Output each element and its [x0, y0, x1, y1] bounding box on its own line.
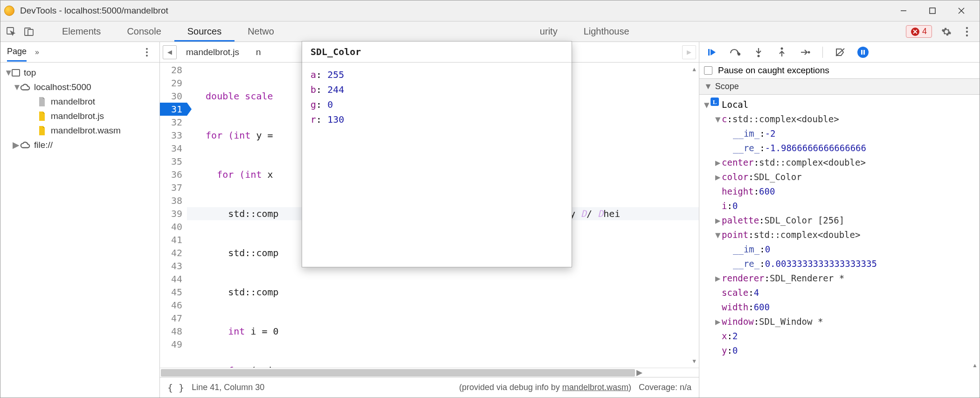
svg-rect-1 — [930, 8, 935, 14]
svg-point-17 — [808, 51, 810, 53]
coverage-status: Coverage: n/a — [639, 383, 691, 392]
tab-lighthouse[interactable]: Lighthouse — [571, 21, 642, 42]
window-titlebar: DevTools - localhost:5000/mandelbrot — [0, 0, 980, 21]
frame-icon — [12, 69, 20, 77]
editor-hscrollbar[interactable]: ▶ — [160, 368, 699, 377]
tree-node-mandelbrot-js[interactable]: mandelbrot.js — [0, 109, 159, 123]
file-icon — [37, 97, 47, 107]
editor-tab-fragment[interactable]: n — [248, 44, 261, 61]
devtools-app-icon — [4, 6, 14, 16]
svg-rect-6 — [28, 29, 33, 35]
pretty-print-icon[interactable]: { } — [167, 382, 184, 393]
svg-point-15 — [758, 55, 760, 57]
navigator-tab-page[interactable]: Page — [7, 43, 27, 62]
navigator-menu-icon[interactable] — [141, 46, 153, 58]
svg-point-9 — [966, 34, 968, 36]
svg-point-7 — [966, 27, 968, 28]
pause-on-caught-checkbox[interactable] — [704, 66, 712, 75]
resume-icon[interactable] — [706, 46, 718, 58]
devtools-tabbar: Elements Console Sources Netwo urity Lig… — [0, 21, 980, 42]
source-editor-pane: ◀ mandelbrot.js n ▶ 28 29 30 31 32 33 34… — [160, 42, 699, 398]
svg-point-8 — [966, 30, 968, 32]
editor-nav-back-icon[interactable]: ◀ — [163, 45, 177, 59]
step-into-icon[interactable] — [752, 46, 765, 58]
tree-node-file[interactable]: ▶file:// — [0, 138, 159, 152]
line-gutter[interactable]: 28 29 30 31 32 33 34 35 36 37 38 39 40 4… — [160, 63, 187, 368]
wasm-file-icon — [37, 126, 47, 136]
pause-on-exceptions-icon[interactable] — [857, 47, 869, 58]
window-maximize-button[interactable] — [918, 0, 947, 21]
tab-security-fragment[interactable]: urity — [540, 21, 571, 42]
cloud-icon — [20, 140, 30, 150]
error-count: 4 — [922, 27, 927, 36]
device-toggle-icon[interactable] — [22, 25, 36, 39]
svg-point-10 — [146, 48, 148, 49]
debug-info-source: (provided via debug info by mandelbrot.w… — [459, 383, 631, 392]
step-over-icon[interactable] — [729, 46, 741, 58]
debugger-toolbar — [699, 42, 980, 63]
cloud-icon — [20, 82, 30, 92]
tab-sources[interactable]: Sources — [174, 21, 235, 42]
svg-rect-13 — [708, 49, 710, 56]
settings-gear-icon[interactable] — [940, 26, 952, 38]
js-file-icon — [37, 111, 47, 121]
tree-node-mandelbrot[interactable]: mandelbrot — [0, 94, 159, 109]
svg-point-12 — [146, 55, 148, 56]
inspect-element-icon[interactable] — [4, 25, 18, 39]
more-menu-icon[interactable] — [961, 26, 973, 38]
svg-rect-20 — [863, 50, 865, 55]
window-title: DevTools - localhost:5000/mandelbrot — [20, 6, 889, 16]
step-out-icon[interactable] — [776, 46, 788, 58]
variable-hover-tooltip: SDL_Color a: 255 b: 244 g: 0 r: 130 — [302, 41, 572, 267]
debugger-sidebar: Pause on caught exceptions ▼Scope ▼LLoca… — [699, 42, 980, 398]
debug-info-link[interactable]: mandelbrot.wasm — [562, 383, 628, 392]
scope-tree[interactable]: ▼LLocal ▼c: std::complex<double> __im_: … — [699, 95, 980, 361]
pause-on-caught-label: Pause on caught exceptions — [718, 65, 829, 76]
editor-statusbar: { } Line 41, Column 30 (provided via deb… — [160, 377, 699, 398]
svg-point-11 — [146, 51, 148, 53]
scope-section-header[interactable]: ▼Scope — [699, 79, 980, 94]
tab-elements[interactable]: Elements — [49, 21, 114, 42]
editor-nav-fwd-icon[interactable]: ▶ — [682, 45, 696, 59]
window-minimize-button[interactable] — [889, 0, 918, 21]
cursor-position: Line 41, Column 30 — [192, 383, 264, 392]
navigator-more-tabs-icon[interactable]: » — [35, 48, 39, 56]
editor-tab-mandelbrot-js[interactable]: mandelbrot.js — [179, 44, 247, 61]
tab-console[interactable]: Console — [114, 21, 174, 42]
step-icon[interactable] — [799, 46, 811, 58]
editor-vscrollbar[interactable]: ▲▼ — [690, 63, 699, 368]
scope-vscrollbar[interactable]: ▲ — [699, 361, 980, 370]
error-count-badge[interactable]: ✕ 4 — [906, 25, 932, 38]
local-scope-badge-icon: L — [711, 98, 719, 106]
tree-node-mandelbrot-wasm[interactable]: mandelbrot.wasm — [0, 123, 159, 138]
sources-navigator: Page » ▼top ▼localhost:5000 mandelbrot m… — [0, 42, 160, 398]
svg-point-16 — [781, 47, 783, 49]
svg-rect-19 — [861, 50, 863, 55]
window-close-button[interactable] — [947, 0, 976, 21]
tree-node-top[interactable]: ▼top — [0, 65, 159, 80]
tree-node-host[interactable]: ▼localhost:5000 — [0, 80, 159, 94]
error-icon: ✕ — [911, 28, 919, 36]
deactivate-breakpoints-icon[interactable] — [834, 46, 846, 58]
tooltip-title: SDL_Color — [302, 42, 572, 63]
execution-line-marker: 31 — [160, 103, 187, 116]
tab-network[interactable]: Netwo — [235, 21, 274, 42]
